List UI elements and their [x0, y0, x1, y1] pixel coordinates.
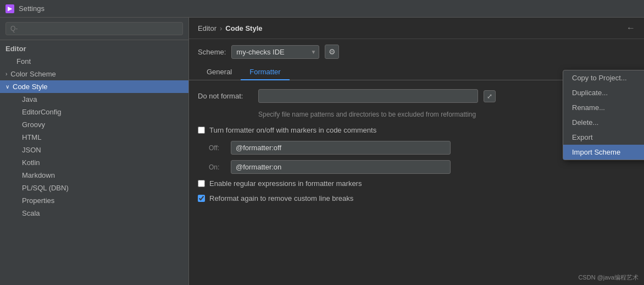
menu-item-delete-label: Delete...: [572, 118, 598, 127]
search-input[interactable]: [5, 22, 183, 35]
menu-item-duplicate-label: Duplicate...: [572, 89, 608, 97]
watermark: CSDN @java编程艺术: [578, 273, 639, 282]
sidebar-item-code-style-label: Code Style: [13, 83, 48, 91]
menu-item-duplicate[interactable]: Duplicate...: [563, 85, 644, 100]
chevron-down-icon: ∨: [5, 84, 9, 90]
gear-dropdown-menu: Copy to Project... Duplicate... Rename..…: [563, 70, 644, 160]
menu-item-delete[interactable]: Delete...: [563, 115, 644, 130]
off-label: Off:: [209, 144, 225, 152]
menu-item-export-label: Export: [572, 133, 593, 141]
sidebar-item-html[interactable]: HTML: [0, 131, 188, 144]
sidebar-item-json[interactable]: JSON: [0, 144, 188, 156]
scheme-select[interactable]: my-checks IDE Default IDE Project: [231, 45, 319, 59]
content-area: Editor › Code Style ← Scheme: my-checks …: [189, 18, 644, 285]
tab-formatter[interactable]: Formatter: [241, 64, 289, 80]
sidebar-item-properties-label: Properties: [22, 196, 54, 205]
tab-general[interactable]: General: [198, 64, 241, 80]
sidebar-item-color-scheme-label: Color Scheme: [10, 70, 55, 78]
sidebar-item-font-label: Font: [16, 57, 31, 65]
enable-regex-checkbox[interactable]: [198, 180, 205, 187]
menu-item-copy-to-project[interactable]: Copy to Project...: [563, 70, 644, 85]
enable-regex-checkbox-row: Enable regular expressions in formatter …: [198, 179, 635, 188]
sidebar-item-kotlin-label: Kotlin: [22, 158, 40, 167]
sidebar-item-editorconfig-label: EditorConfig: [22, 108, 62, 116]
turn-formatter-checkbox[interactable]: [198, 127, 205, 134]
reformat-checkbox[interactable]: [198, 195, 205, 202]
sidebar-item-groovy[interactable]: Groovy: [0, 118, 188, 131]
chevron-right-icon: ›: [5, 71, 7, 77]
sidebar-item-scala[interactable]: Scala: [0, 207, 188, 220]
breadcrumb-separator: ›: [220, 24, 222, 32]
title-bar-text: Settings: [19, 4, 45, 13]
menu-item-import-scheme[interactable]: Import Scheme ›: [563, 145, 644, 160]
sidebar-item-markdown[interactable]: Markdown: [0, 169, 188, 182]
sidebar: Editor Font › Color Scheme ∨ Code Style …: [0, 18, 189, 285]
reformat-label: Reformat again to remove custom line bre…: [209, 194, 353, 202]
on-label: On:: [209, 163, 225, 171]
sidebar-item-json-label: JSON: [22, 146, 41, 154]
gear-button[interactable]: ⚙: [325, 45, 339, 59]
do-not-format-input[interactable]: [258, 89, 478, 103]
expand-button[interactable]: ⤢: [484, 90, 496, 102]
on-input[interactable]: [231, 160, 451, 174]
sidebar-item-html-label: HTML: [22, 133, 41, 141]
sidebar-item-java[interactable]: Java: [0, 93, 188, 106]
sidebar-item-groovy-label: Groovy: [22, 120, 45, 129]
enable-regex-label: Enable regular expressions in formatter …: [209, 179, 362, 188]
menu-item-export[interactable]: Export ›: [563, 130, 644, 145]
sidebar-item-scala-label: Scala: [22, 209, 40, 217]
sidebar-item-properties[interactable]: Properties: [0, 194, 188, 207]
menu-item-rename[interactable]: Rename...: [563, 100, 644, 115]
sidebar-item-editorconfig[interactable]: EditorConfig: [0, 106, 188, 118]
menu-item-import-scheme-label: Import Scheme: [572, 148, 620, 156]
sidebar-item-color-scheme[interactable]: › Color Scheme: [0, 68, 188, 80]
expand-icon: ⤢: [487, 92, 492, 100]
reformat-checkbox-row: Reformat again to remove custom line bre…: [198, 194, 635, 202]
breadcrumb-parent: Editor: [198, 24, 216, 32]
menu-item-rename-label: Rename...: [572, 103, 605, 112]
sidebar-item-plsql[interactable]: PL/SQL (DBN): [0, 182, 188, 194]
sidebar-item-code-style[interactable]: ∨ Code Style: [0, 80, 188, 93]
on-row: On:: [198, 160, 635, 174]
scheme-row: Scheme: my-checks IDE Default IDE Projec…: [189, 39, 644, 64]
sidebar-section-editor: Editor: [0, 40, 188, 55]
sidebar-item-java-label: Java: [22, 95, 37, 103]
sidebar-item-markdown-label: Markdown: [22, 171, 55, 179]
turn-formatter-label: Turn formatter on/off with markers in co…: [209, 126, 376, 134]
back-button[interactable]: ←: [626, 23, 635, 33]
scheme-dropdown-wrapper: my-checks IDE Default IDE Project ▼: [231, 45, 319, 59]
do-not-format-label: Do not format:: [198, 92, 253, 100]
title-bar: ▶ Settings: [0, 0, 644, 18]
sidebar-item-plsql-label: PL/SQL (DBN): [22, 184, 69, 192]
app-icon: ▶: [5, 4, 14, 13]
main-layout: Editor Font › Color Scheme ∨ Code Style …: [0, 18, 644, 285]
breadcrumb-current: Code Style: [225, 24, 262, 32]
sidebar-content: Editor Font › Color Scheme ∨ Code Style …: [0, 40, 188, 285]
scheme-label: Scheme:: [198, 48, 226, 56]
menu-item-copy-to-project-label: Copy to Project...: [572, 74, 627, 82]
sidebar-item-font[interactable]: Font: [0, 55, 188, 68]
off-input[interactable]: [231, 141, 451, 155]
search-bar: [0, 18, 188, 40]
sidebar-item-kotlin[interactable]: Kotlin: [0, 156, 188, 169]
breadcrumb: Editor › Code Style ←: [189, 18, 644, 39]
